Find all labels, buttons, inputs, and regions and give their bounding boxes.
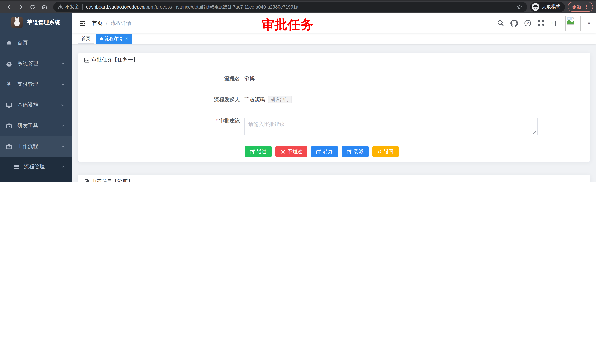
suggestion-row: *审批建议 — [78, 117, 590, 137]
required-asterisk: * — [216, 118, 218, 124]
breadcrumb: 首页 / 流程详情 — [92, 20, 131, 26]
workflow-submenu: 流程管理 任务管理 我的流程 — [0, 157, 72, 182]
tag-close-icon[interactable]: ✕ — [124, 37, 128, 41]
delegate-button[interactable]: 委派 — [342, 146, 369, 157]
page-content: 审批任务【任务一】 流程名 滔博 流程发起人 芋道源码 研发部门 — [72, 44, 596, 182]
transfer-button[interactable]: 转办 — [311, 146, 338, 157]
briefcase-icon — [6, 143, 12, 150]
dashboard-icon — [6, 40, 12, 46]
sidebar-item-label: 流程管理 — [0, 163, 45, 170]
omnibox-divider — [82, 4, 82, 10]
dept-tag: 研发部门 — [268, 96, 292, 103]
chevron-down-icon — [61, 165, 65, 169]
font-size-icon[interactable]: TT — [551, 20, 558, 27]
edit-icon — [316, 149, 321, 154]
sidebar-item-label: 首页 — [0, 40, 28, 46]
initiator-row: 流程发起人 芋道源码 研发部门 — [78, 96, 590, 103]
process-name-label: 流程名 — [78, 75, 244, 82]
incognito-label: 无痕模式 — [542, 4, 560, 10]
sidebar-item-task-mgmt[interactable]: 任务管理 — [0, 176, 72, 182]
process-name-value: 滔博 — [244, 75, 255, 82]
security-label: 不安全 — [65, 4, 79, 10]
sidebar-item-devtools[interactable]: 研发工具 — [0, 116, 72, 136]
list-icon — [13, 163, 20, 170]
avatar[interactable] — [565, 15, 581, 31]
button-label: 通过 — [257, 148, 267, 155]
home-button[interactable] — [40, 2, 49, 12]
annotation-text: 审批任务 — [262, 16, 313, 33]
help-icon[interactable]: ? — [524, 20, 531, 27]
hamburger-icon[interactable] — [77, 17, 89, 29]
incognito-icon — [532, 3, 539, 11]
pass-button[interactable]: 通过 — [245, 146, 272, 157]
breadcrumb-separator: / — [106, 20, 107, 26]
chevron-down-icon — [61, 61, 65, 66]
forward-button[interactable] — [16, 2, 26, 12]
reject-button[interactable]: 不通过 — [276, 146, 307, 157]
sidebar-item-process-mgmt[interactable]: 流程管理 — [0, 158, 72, 176]
initiator-value: 芋道源码 — [244, 96, 265, 103]
card-title: 审批任务【任务一】 — [91, 57, 138, 63]
button-label: 退回 — [384, 148, 394, 155]
approve-actions: 通过 不通过 转办 委 — [78, 146, 590, 162]
circle-close-icon — [281, 149, 285, 154]
navbar: 首页 / 流程详情 审批任务 ? — [72, 13, 596, 33]
browser-menu-icon[interactable]: ⋮ — [584, 4, 589, 10]
tags-view: 首页 流程详情 ✕ — [72, 33, 596, 44]
avatar-dropdown-caret[interactable]: ▾ — [588, 21, 590, 26]
app-title: 芋道管理系统 — [27, 19, 60, 26]
screen: 不安全 dashboard.yudao.iocoder.cn/bpm/proce… — [0, 0, 596, 182]
button-label: 不通过 — [288, 148, 302, 155]
back-button[interactable] — [4, 2, 14, 12]
picture-icon — [84, 57, 89, 63]
rollback-icon: ↺ — [378, 149, 382, 154]
edit-icon — [250, 149, 255, 154]
svg-text:?: ? — [526, 21, 529, 25]
approve-task-card: 审批任务【任务一】 流程名 滔博 流程发起人 芋道源码 研发部门 — [78, 53, 590, 162]
breadcrumb-home[interactable]: 首页 — [92, 20, 103, 26]
chevron-up-icon — [61, 144, 65, 149]
sidebar-item-system[interactable]: 系统管理 — [0, 53, 72, 74]
tag-label: 流程详情 — [105, 36, 123, 42]
sidebar-item-payment[interactable]: ¥ 支付管理 — [0, 74, 72, 95]
tag-home[interactable]: 首页 — [78, 34, 94, 44]
document-icon — [84, 179, 89, 182]
tag-process-detail[interactable]: 流程详情 ✕ — [96, 34, 132, 44]
incognito-badge: 无痕模式 — [530, 2, 565, 12]
url-path: /bpm/process-instance/detail?id=54aa251f… — [144, 4, 298, 9]
chevron-down-icon — [61, 103, 65, 107]
url-host: dashboard.yudao.iocoder.cn — [86, 4, 144, 9]
edit-icon — [347, 149, 352, 154]
breadcrumb-current: 流程详情 — [111, 20, 131, 26]
suggestion-label: 审批建议 — [219, 118, 240, 124]
initiator-label: 流程发起人 — [78, 96, 244, 103]
bookmark-star-icon[interactable] — [517, 4, 523, 10]
tag-label: 首页 — [82, 36, 90, 42]
sidebar: 芋道管理系统 首页 系统管理 ¥ 支付管 — [0, 13, 72, 182]
yen-icon: ¥ — [6, 81, 12, 88]
fullscreen-icon[interactable] — [537, 20, 544, 27]
update-label: 更新 — [572, 4, 581, 10]
sidebar-menu: 首页 系统管理 ¥ 支付管理 — [0, 31, 72, 182]
update-chip[interactable]: 更新 ⋮ — [568, 2, 593, 12]
return-button[interactable]: ↺ 退回 — [372, 146, 399, 157]
app-logo — [11, 17, 22, 28]
active-tag-dot — [100, 37, 103, 40]
sidebar-item-home[interactable]: 首页 — [0, 33, 72, 53]
chevron-down-icon — [61, 82, 65, 87]
process-name-row: 流程名 滔博 — [78, 75, 590, 82]
apply-info-card: 申请信息【滔博】 *单行文本 *多选框组 选项一 — [78, 175, 590, 182]
app-logo-row[interactable]: 芋道管理系统 — [0, 13, 72, 31]
github-icon[interactable] — [510, 19, 518, 27]
sidebar-item-workflow[interactable]: 工作流程 — [0, 136, 72, 157]
search-icon[interactable] — [497, 20, 504, 27]
suggestion-textarea[interactable] — [244, 117, 537, 136]
address-bar[interactable]: 不安全 dashboard.yudao.iocoder.cn/bpm/proce… — [53, 2, 527, 12]
gear-icon — [6, 60, 12, 67]
toolbox-icon — [6, 123, 12, 129]
button-label: 委派 — [354, 148, 364, 155]
reload-button[interactable] — [28, 2, 37, 12]
sidebar-item-infra[interactable]: 基础设施 — [0, 95, 72, 116]
chevron-down-icon — [61, 124, 65, 128]
not-secure-icon — [58, 4, 63, 9]
